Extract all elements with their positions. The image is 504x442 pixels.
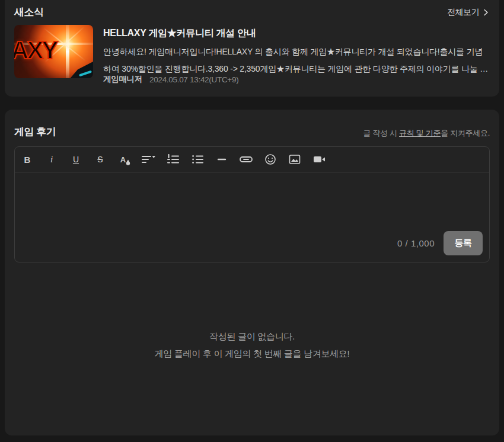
view-all-label: 전체보기 <box>447 7 479 18</box>
image-button[interactable] <box>288 152 302 166</box>
font-color-button[interactable]: A <box>117 152 132 166</box>
news-item[interactable]: AXY HELLAXY 게임★커뮤니티 개설 안내 안녕하세요! 게임매니저입니… <box>14 25 490 78</box>
video-button[interactable] <box>312 152 326 166</box>
char-count: 0 / 1,000 <box>397 238 435 248</box>
submit-button[interactable]: 등록 <box>444 231 483 255</box>
italic-icon: i <box>50 155 53 165</box>
bold-button[interactable]: B <box>20 152 34 166</box>
reviews-panel: 게임 후기 글 작성 시 규칙 및 기준을 지켜주세요. B i U S A <box>5 110 499 435</box>
underline-icon: U <box>73 155 79 164</box>
thumbnail-light-beam <box>66 25 69 78</box>
video-icon <box>312 154 326 165</box>
ordered-list-button[interactable] <box>166 152 180 166</box>
droplet-icon <box>126 159 130 165</box>
news-text-block: HELLAXY 게임★커뮤니티 개설 안내 안녕하세요! 게임매니저입니다!HE… <box>103 25 490 78</box>
italic-button[interactable]: i <box>44 152 59 166</box>
news-item-title: HELLAXY 게임★커뮤니티 개설 안내 <box>103 27 490 40</box>
unordered-list-button[interactable] <box>190 152 205 166</box>
image-icon <box>289 154 301 165</box>
reviews-header: 게임 후기 글 작성 시 규칙 및 기준을 지켜주세요. <box>5 110 499 139</box>
emoji-icon <box>264 153 276 165</box>
editor-footer: 0 / 1,000 등록 <box>15 231 489 262</box>
news-item-body: 안녕하세요! 게임매니저입니다!HELLAXY 의 출시와 함께 게임★커뮤니티… <box>103 43 490 78</box>
unordered-list-icon <box>192 154 203 165</box>
news-section-title: 새소식 <box>14 5 44 19</box>
view-all-link[interactable]: 전체보기 <box>447 7 490 18</box>
horizontal-rule-icon <box>216 154 227 165</box>
news-date: 2024.05.07 13:42(UTC+9) <box>149 75 238 84</box>
bold-icon: B <box>24 155 31 165</box>
rules-suffix: 을 지켜주세요. <box>441 129 490 137</box>
strikethrough-button[interactable]: S <box>93 152 107 166</box>
strikethrough-icon: S <box>97 155 103 164</box>
news-author: 게임매니저 <box>103 74 142 85</box>
news-panel: 새소식 전체보기 AXY HELLAXY 게임★커뮤니티 개설 안내 안녕하세요… <box>5 0 499 97</box>
review-editor-input[interactable] <box>15 172 489 231</box>
link-icon <box>239 154 253 165</box>
rules-link[interactable]: 규칙 및 기준 <box>399 129 441 137</box>
news-item-meta: 게임매니저 2024.05.07 13:42(UTC+9) <box>103 74 238 85</box>
empty-state-line2: 게임 플레이 후 이 게임의 첫 번째 글을 남겨보세요! <box>5 345 499 362</box>
chevron-right-icon <box>481 8 490 17</box>
horizontal-rule-button[interactable] <box>215 152 229 166</box>
emoji-button[interactable] <box>263 152 277 166</box>
font-color-icon: A <box>120 155 126 164</box>
align-button[interactable] <box>142 152 156 166</box>
thumbnail-logo-text: AXY <box>14 36 56 65</box>
rules-note: 글 작성 시 규칙 및 기준을 지켜주세요. <box>363 128 490 139</box>
empty-state: 작성된 글이 없습니다. 게임 플레이 후 이 게임의 첫 번째 글을 남겨보세… <box>5 328 499 362</box>
rules-prefix: 글 작성 시 <box>363 129 399 137</box>
editor-toolbar: B i U S A <box>15 147 489 172</box>
align-left-icon <box>141 154 157 165</box>
empty-state-line1: 작성된 글이 없습니다. <box>5 328 499 345</box>
news-thumbnail: AXY <box>14 25 93 78</box>
underline-button[interactable]: U <box>69 152 83 166</box>
review-editor: B i U S A <box>14 146 490 262</box>
link-button[interactable] <box>239 152 253 166</box>
reviews-section-title: 게임 후기 <box>14 125 56 139</box>
ordered-list-icon <box>167 154 179 165</box>
news-header: 새소식 전체보기 <box>5 0 499 19</box>
